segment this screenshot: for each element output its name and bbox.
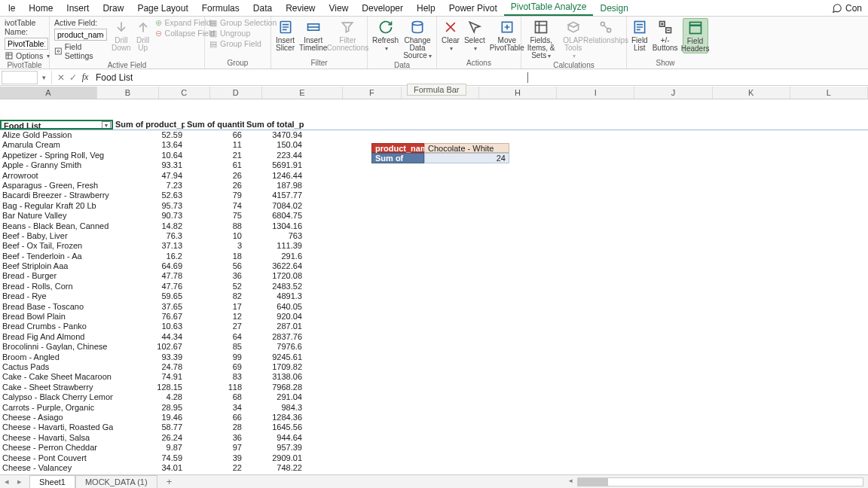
tab-file[interactable]: le bbox=[2, 1, 22, 16]
table-row[interactable]: Beans - Black Bean, Canned14.82881304.16 bbox=[0, 221, 868, 231]
quantity: 28 bbox=[185, 422, 244, 432]
table-row[interactable]: Cake - Cake Sheet Macaroon74.91833138.06 bbox=[0, 372, 868, 382]
col-header-E[interactable]: E bbox=[262, 87, 344, 99]
tab-developer[interactable]: Developer bbox=[355, 1, 410, 16]
tab-insert[interactable]: Insert bbox=[60, 1, 96, 16]
product-price: 47.78 bbox=[113, 271, 185, 281]
select-button[interactable]: Select▾ bbox=[464, 18, 485, 53]
table-row[interactable]: Cheese - Asiago19.46661284.36 bbox=[0, 413, 868, 422]
table-row[interactable]: Bread Fig And Almond44.34642837.76 bbox=[0, 332, 868, 342]
svg-point-5 bbox=[412, 22, 422, 26]
tab-design[interactable]: Design bbox=[593, 1, 634, 16]
table-row[interactable]: Cactus Pads24.78691709.82 bbox=[0, 362, 868, 372]
pivot-header-qty[interactable]: Sum of quantity bbox=[185, 120, 244, 130]
table-row[interactable]: Bar Nature Valley90.73756804.75 bbox=[0, 211, 868, 221]
pivot2-field-value[interactable]: Chocolate - White bbox=[424, 143, 509, 153]
tab-formulas[interactable]: Formulas bbox=[195, 1, 246, 16]
pivot-header-foodlist[interactable]: Food List ▼ bbox=[0, 120, 113, 130]
food-name: Cheese - Asiago bbox=[0, 413, 113, 422]
pivottable-options-button[interactable]: Options▾ bbox=[5, 51, 50, 60]
fields-items-sets-button[interactable]: Fields, Items, & Sets▾ bbox=[526, 18, 556, 60]
tab-pivottable-analyze[interactable]: PivotTable Analyze bbox=[504, 0, 594, 16]
name-box[interactable] bbox=[2, 71, 38, 84]
col-header-H[interactable]: H bbox=[479, 87, 557, 99]
col-header-I[interactable]: I bbox=[557, 87, 634, 99]
fx-button[interactable]: fx bbox=[79, 72, 91, 83]
grid[interactable]: Food List ▼ Sum of product_price Sum of … bbox=[0, 99, 868, 474]
total-price: 1284.36 bbox=[244, 413, 304, 422]
table-row[interactable]: Cheese - Perron Cheddar9.8797957.39 bbox=[0, 443, 868, 453]
col-header-A[interactable]: A bbox=[0, 87, 97, 99]
text-cursor bbox=[527, 72, 528, 83]
tab-pagelayout[interactable]: Page Layout bbox=[130, 1, 194, 16]
tab-powerpivot[interactable]: Power Pivot bbox=[442, 1, 504, 16]
table-row[interactable]: Calypso - Black Cherry Lemonade4.2868291… bbox=[0, 392, 868, 402]
col-header-C[interactable]: C bbox=[159, 87, 210, 99]
field-list-button[interactable]: Field List bbox=[631, 18, 648, 52]
table-row[interactable]: Broom - Angled93.39999245.61 bbox=[0, 352, 868, 362]
table-row[interactable]: Beef - Ox Tail, Frozen37.133111.39 bbox=[0, 241, 868, 251]
comments-button[interactable]: Con bbox=[826, 1, 868, 16]
pivot-filter-dropdown[interactable]: ▼ bbox=[102, 121, 111, 130]
col-header-L[interactable]: L bbox=[790, 87, 868, 99]
table-row[interactable]: Bag - Regular Kraft 20 Lb95.73747084.02 bbox=[0, 201, 868, 211]
quantity: 61 bbox=[185, 160, 244, 170]
table-row[interactable]: Bread - Rolls, Corn47.76522483.52 bbox=[0, 282, 868, 291]
table-row[interactable]: Cheese - Valancey34.0122748.22 bbox=[0, 463, 868, 473]
insert-timeline-button[interactable]: Insert Timeline bbox=[299, 18, 327, 52]
sheet-nav[interactable]: ◂ ▸ bbox=[0, 477, 29, 486]
table-row[interactable]: Bread Crumbs - Panko10.6327287.01 bbox=[0, 322, 868, 331]
name-box-dropdown[interactable]: ▾ bbox=[39, 74, 48, 81]
enter-formula-button[interactable]: ✓ bbox=[67, 72, 79, 83]
field-settings-button[interactable]: Field Settings bbox=[54, 42, 107, 60]
table-row[interactable]: Bread Base - Toscano37.6517640.05 bbox=[0, 302, 868, 312]
table-row[interactable]: Cheese - Pont Couvert74.59392909.01 bbox=[0, 453, 868, 463]
product-price: 58.77 bbox=[113, 422, 185, 432]
tab-home[interactable]: Home bbox=[22, 1, 60, 16]
table-row[interactable]: Carrots - Purple, Organic28.9534984.3 bbox=[0, 403, 868, 413]
change-data-source-button[interactable]: Change Data Source▾ bbox=[403, 18, 432, 60]
move-pivottable-button[interactable]: Move PivotTable bbox=[490, 18, 524, 52]
clear-button[interactable]: Clear▾ bbox=[442, 18, 460, 53]
table-row[interactable]: Arrowroot47.94261246.44 bbox=[0, 171, 868, 181]
sheet-tab-sheet1[interactable]: Sheet1 bbox=[29, 475, 75, 488]
pivottable-name-input[interactable] bbox=[5, 38, 48, 50]
insert-slicer-button[interactable]: Insert Slicer bbox=[276, 18, 295, 52]
sheet-tab-add[interactable]: + bbox=[157, 474, 182, 489]
plus-minus-icon bbox=[658, 20, 673, 35]
table-row[interactable]: Beef Striploin Aaa64.69563622.64 bbox=[0, 261, 868, 271]
table-row[interactable]: Cheese - Havarti, Roasted Garlic58.77281… bbox=[0, 422, 868, 432]
pivot-header-price[interactable]: Sum of product_price bbox=[113, 120, 185, 130]
col-header-D[interactable]: D bbox=[210, 87, 262, 99]
table-row[interactable]: Cake - Sheet Strawberry128.151187968.28 bbox=[0, 383, 868, 392]
table-row[interactable]: Bread Bowl Plain76.6712920.04 bbox=[0, 312, 868, 322]
col-header-B[interactable]: B bbox=[97, 87, 159, 99]
sheet-tab-mockdata[interactable]: MOCK_DATA (1) bbox=[75, 475, 157, 488]
tab-draw[interactable]: Draw bbox=[96, 1, 130, 16]
field-headers-button[interactable]: Field Headers bbox=[683, 18, 708, 53]
table-row[interactable]: Beef - Baby, Liver76.310763 bbox=[0, 231, 868, 241]
col-header-J[interactable]: J bbox=[634, 87, 712, 99]
table-row[interactable]: Cheese - Havarti, Salsa26.2436944.64 bbox=[0, 433, 868, 443]
tab-data[interactable]: Data bbox=[246, 1, 279, 16]
table-row[interactable]: Bacardi Breezer - Strawberry52.63794157.… bbox=[0, 191, 868, 200]
tab-review[interactable]: Review bbox=[279, 1, 322, 16]
cancel-formula-button[interactable]: ✕ bbox=[55, 72, 67, 83]
col-header-F[interactable]: F bbox=[343, 87, 401, 99]
tab-view[interactable]: View bbox=[322, 1, 356, 16]
horizontal-scrollbar[interactable] bbox=[577, 477, 863, 486]
table-row[interactable]: Bread - Rye59.65824891.3 bbox=[0, 291, 868, 301]
refresh-button[interactable]: Refresh▾ bbox=[372, 18, 399, 53]
formula-input[interactable]: Food List bbox=[91, 71, 868, 84]
tab-help[interactable]: Help bbox=[410, 1, 442, 16]
quantity: 66 bbox=[185, 130, 244, 140]
pivot-header-total[interactable]: Sum of total_price bbox=[244, 120, 304, 130]
table-row[interactable]: Beef - Tenderloin - Aa16.218291.6 bbox=[0, 252, 868, 261]
table-row[interactable]: Brocolinni - Gaylan, Chinese102.67857976… bbox=[0, 342, 868, 352]
col-header-K[interactable]: K bbox=[713, 87, 790, 99]
table-row[interactable]: Alize Gold Passion52.59663470.94 bbox=[0, 130, 868, 140]
plus-minus-buttons-button[interactable]: +/- Buttons bbox=[653, 18, 678, 52]
table-row[interactable]: Bread - Burger47.78361720.08 bbox=[0, 271, 868, 281]
active-field-input[interactable] bbox=[54, 29, 107, 41]
table-row[interactable]: Asparagus - Green, Fresh7.2326187.98 bbox=[0, 181, 868, 191]
